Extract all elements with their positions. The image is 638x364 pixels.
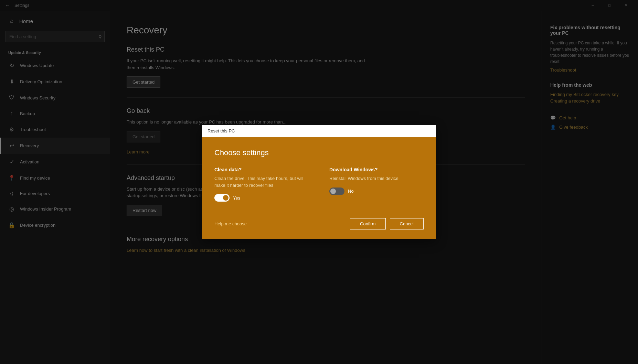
download-windows-toggle-label: No bbox=[348, 189, 354, 194]
modal-heading: Choose settings bbox=[214, 148, 424, 157]
cancel-button[interactable]: Cancel bbox=[390, 218, 424, 229]
clean-data-toggle[interactable] bbox=[214, 194, 230, 202]
clean-data-toggle-container: Yes bbox=[214, 194, 309, 202]
clean-data-title: Clean data? bbox=[214, 167, 309, 172]
modal-footer: Help me choose Confirm Cancel bbox=[202, 213, 436, 239]
modal-body: Choose settings Clean data? Clean the dr… bbox=[202, 137, 436, 213]
clean-data-toggle-track bbox=[214, 194, 230, 202]
download-windows-column: Download Windows? Reinstall Windows from… bbox=[329, 167, 424, 202]
modal-buttons: Confirm Cancel bbox=[350, 218, 424, 229]
modal-container: Reset this PC Choose settings Clean data… bbox=[202, 125, 436, 239]
clean-data-toggle-thumb bbox=[223, 195, 228, 201]
download-windows-toggle[interactable] bbox=[329, 188, 344, 195]
download-windows-toggle-container: No bbox=[329, 188, 424, 195]
download-windows-desc: Reinstall Windows from this device bbox=[329, 175, 424, 182]
download-windows-toggle-track bbox=[329, 188, 344, 195]
clean-data-column: Clean data? Clean the drive. This may ta… bbox=[214, 167, 309, 202]
modal-overlay: Reset this PC Choose settings Clean data… bbox=[0, 0, 638, 364]
help-me-choose-link[interactable]: Help me choose bbox=[214, 221, 247, 226]
confirm-button[interactable]: Confirm bbox=[350, 218, 386, 229]
modal-titlebar: Reset this PC bbox=[202, 125, 436, 137]
clean-data-toggle-label: Yes bbox=[233, 195, 240, 201]
download-windows-title: Download Windows? bbox=[329, 167, 424, 172]
download-windows-toggle-thumb bbox=[330, 189, 336, 194]
clean-data-desc: Clean the drive. This may take hours, bu… bbox=[214, 175, 309, 189]
modal-columns: Clean data? Clean the drive. This may ta… bbox=[214, 167, 424, 202]
